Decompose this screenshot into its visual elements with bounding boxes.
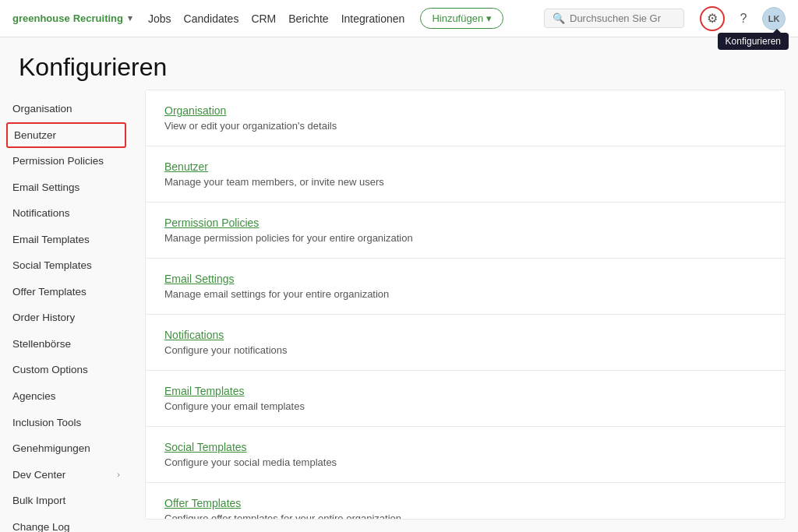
sidebar-item-10[interactable]: Custom Options	[0, 357, 132, 383]
nav-jobs[interactable]: Jobs	[148, 12, 171, 25]
page-title-area: Konfigurieren	[0, 37, 798, 90]
avatar-button[interactable]: LK	[762, 7, 786, 30]
content-row-desc-5: Configure your email templates	[164, 400, 766, 412]
sidebar-item-1[interactable]: Benutzer	[6, 122, 126, 149]
sidebar-item-13[interactable]: Genehmigungen	[0, 435, 132, 462]
content-row-2: Permission Policies Manage permission po…	[146, 203, 785, 259]
topnav-links: Jobs Candidates CRM Berichte Integration…	[148, 12, 404, 25]
add-button[interactable]: Hinzufügen ▾	[420, 8, 503, 29]
nav-integrationen[interactable]: Integrationen	[341, 12, 405, 25]
nav-crm[interactable]: CRM	[251, 12, 276, 25]
sidebar-item-6[interactable]: Social Templates	[0, 252, 132, 279]
search-box[interactable]: 🔍	[544, 9, 684, 28]
help-button[interactable]: ?	[731, 6, 756, 31]
sidebar-item-3[interactable]: Email Settings	[0, 174, 132, 201]
sidebar-item-4[interactable]: Notifications	[0, 200, 132, 227]
content-row-title-5[interactable]: Email Templates	[164, 385, 244, 397]
content-row-desc-0: View or edit your organization's details	[164, 120, 766, 132]
content-row-title-0[interactable]: Organisation	[164, 104, 226, 117]
app-logo[interactable]: greenhouse Recruiting ▾	[12, 12, 132, 24]
page-title: Konfigurieren	[19, 53, 779, 82]
content-row-title-7[interactable]: Offer Templates	[164, 497, 241, 509]
content-row-6: Social Templates Configure your social m…	[146, 427, 785, 483]
sidebar-item-12[interactable]: Inclusion Tools	[0, 410, 132, 436]
sidebar-item-15[interactable]: Bulk Import	[0, 488, 132, 514]
content-row-desc-6: Configure your social media templates	[164, 456, 766, 468]
nav-candidates[interactable]: Candidates	[184, 12, 239, 25]
content-row-title-1[interactable]: Benutzer	[164, 160, 208, 173]
sidebar-item-9[interactable]: Stellenbörse	[0, 331, 132, 358]
logo-greenhouse-text: greenhouse	[12, 12, 70, 24]
sidebar-item-16[interactable]: Change Log	[0, 514, 132, 532]
logo-chevron-icon: ▾	[128, 13, 132, 23]
sidebar-item-2[interactable]: Permission Policies	[0, 148, 132, 174]
content-row-title-3[interactable]: Email Settings	[164, 273, 234, 285]
topnav-icons: ⚙ ? LK	[700, 6, 786, 31]
sidebar-item-14[interactable]: Dev Center›	[0, 462, 132, 488]
page-wrapper: Konfigurieren OrganisationBenutzerPermis…	[0, 37, 798, 532]
content-row-title-4[interactable]: Notifications	[164, 329, 224, 341]
main-area: OrganisationBenutzerPermission PoliciesE…	[0, 90, 798, 532]
content-row-desc-1: Manage your team members, or invite new …	[164, 176, 766, 188]
nav-berichte[interactable]: Berichte	[288, 12, 328, 25]
search-input[interactable]	[570, 12, 679, 24]
sidebar-item-11[interactable]: Agencies	[0, 383, 132, 410]
chevron-right-icon: ›	[117, 469, 120, 480]
configure-gear-button[interactable]: ⚙	[700, 6, 725, 31]
content-row-desc-4: Configure your notifications	[164, 344, 766, 356]
content-row-4: Notifications Configure your notificatio…	[146, 315, 785, 371]
sidebar-item-8[interactable]: Order History	[0, 305, 132, 331]
sidebar-item-7[interactable]: Offer Templates	[0, 279, 132, 305]
content-row-0: Organisation View or edit your organizat…	[146, 90, 785, 146]
top-navigation: greenhouse Recruiting ▾ Jobs Candidates …	[0, 0, 798, 37]
logo-recruiting-text: Recruiting	[73, 12, 123, 24]
configure-tooltip: Konfigurieren	[718, 33, 789, 50]
content-row-3: Email Settings Manage email settings for…	[146, 259, 785, 315]
content-row-title-6[interactable]: Social Templates	[164, 441, 247, 453]
sidebar-item-5[interactable]: Email Templates	[0, 227, 132, 253]
search-icon: 🔍	[553, 12, 565, 24]
content-area: Organisation View or edit your organizat…	[145, 90, 786, 520]
content-row-desc-2: Manage permission policies for your enti…	[164, 232, 766, 244]
content-row-5: Email Templates Configure your email tem…	[146, 371, 785, 427]
sidebar-item-0[interactable]: Organisation	[0, 96, 132, 122]
content-row-desc-3: Manage email settings for your entire or…	[164, 288, 766, 300]
content-row-1: Benutzer Manage your team members, or in…	[146, 146, 785, 203]
content-row-title-2[interactable]: Permission Policies	[164, 217, 259, 229]
content-row-desc-7: Configure offer templates for your entir…	[164, 513, 766, 520]
sidebar: OrganisationBenutzerPermission PoliciesE…	[0, 90, 132, 532]
content-row-7: Offer Templates Configure offer template…	[146, 483, 785, 520]
